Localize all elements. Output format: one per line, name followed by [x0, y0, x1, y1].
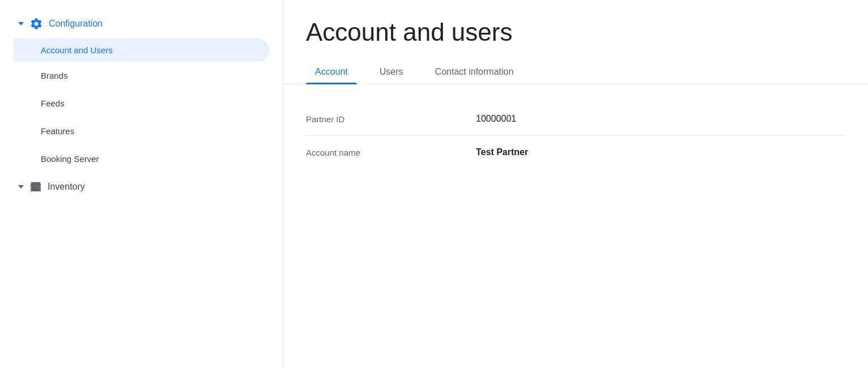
partner-id-row: Partner ID 10000001: [306, 102, 845, 136]
inventory-icon: [29, 181, 42, 193]
page-title: Account and users: [306, 18, 845, 46]
main-content: Account and users Account Users Contact …: [283, 0, 868, 368]
sidebar-item-booking-server-label: Booking Server: [41, 154, 99, 164]
sidebar-config-header[interactable]: Configuration: [14, 11, 283, 36]
sidebar-item-feeds-label: Feeds: [41, 99, 65, 108]
tabs-container: Account Users Contact information: [283, 60, 868, 84]
config-label: Configuration: [49, 19, 103, 29]
tab-account-label: Account: [315, 67, 348, 76]
sidebar-item-booking-server[interactable]: Booking Server: [14, 145, 283, 173]
account-info-table: Partner ID 10000001 Account name Test Pa…: [306, 102, 845, 169]
partner-id-value: 10000001: [476, 114, 516, 124]
partner-id-label: Partner ID: [306, 114, 476, 124]
sidebar-item-account-users-label: Account and Users: [41, 45, 113, 55]
sidebar-item-feeds[interactable]: Feeds: [14, 89, 283, 117]
gear-icon: [29, 17, 43, 31]
tab-users-label: Users: [380, 67, 403, 76]
tab-contact-information[interactable]: Contact information: [426, 60, 523, 84]
account-name-row: Account name Test Partner: [306, 136, 845, 169]
content-area: Partner ID 10000001 Account name Test Pa…: [283, 84, 868, 368]
chevron-down-gray-icon: [18, 185, 24, 189]
tab-contact-information-label: Contact information: [435, 67, 514, 76]
sidebar-item-account-users[interactable]: Account and Users: [14, 38, 269, 62]
sidebar-item-brands[interactable]: Brands: [14, 62, 283, 89]
tab-account[interactable]: Account: [306, 60, 357, 84]
account-name-value: Test Partner: [476, 147, 528, 157]
inventory-label: Inventory: [48, 182, 85, 192]
account-name-label: Account name: [306, 148, 476, 157]
sidebar-item-features[interactable]: Features: [14, 117, 283, 145]
sidebar: Configuration Account and Users Brands F…: [0, 0, 283, 368]
page-header: Account and users: [283, 0, 868, 60]
sidebar-item-features-label: Features: [41, 126, 74, 136]
chevron-down-icon: [18, 22, 24, 25]
tab-users[interactable]: Users: [371, 60, 412, 84]
sidebar-inventory-header[interactable]: Inventory: [14, 173, 283, 201]
sidebar-item-brands-label: Brands: [41, 71, 68, 80]
